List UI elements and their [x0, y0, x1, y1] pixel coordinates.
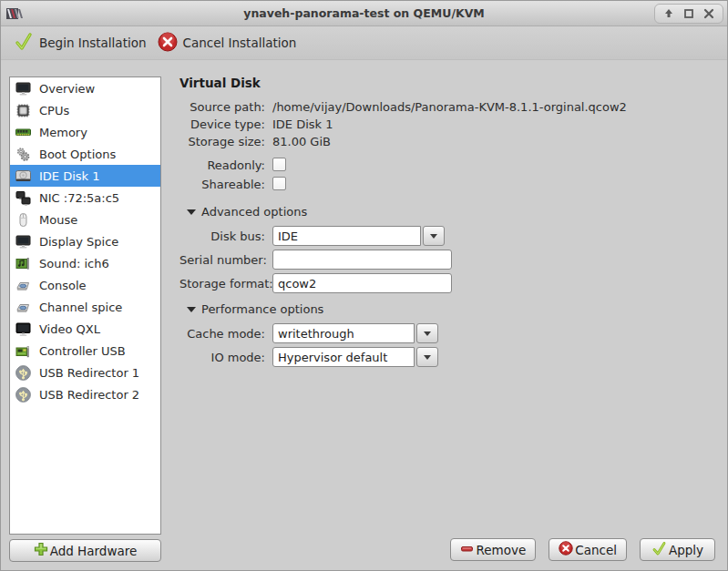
shade-window-button[interactable]: [661, 5, 677, 22]
checkmark-icon: [651, 541, 667, 559]
gears-icon: [15, 146, 31, 162]
sidebar-item-channel-spice[interactable]: Channel spice: [10, 296, 160, 318]
storage-size-row: Storage size: 81.00 GiB: [179, 133, 717, 150]
toolbar: Begin Installation Cancel Installation: [1, 26, 727, 60]
sidebar-item-label: Video QXL: [39, 322, 100, 336]
sidebar-item-usb-redirector-2[interactable]: USB Redirector 2: [10, 383, 160, 405]
controller-icon: [15, 342, 31, 359]
chevron-down-icon: [424, 355, 431, 360]
cache-mode-value: writethrough: [272, 323, 415, 343]
plus-icon: [34, 542, 48, 559]
sidebar-item-controller-usb[interactable]: Controller USB: [10, 340, 160, 362]
performance-options-expander[interactable]: Performance options: [187, 302, 717, 316]
sidebar-item-boot-options[interactable]: Boot Options: [10, 143, 160, 165]
sidebar-item-ide-disk-1[interactable]: IDE Disk 1: [10, 165, 160, 187]
sidebar-item-label: Channel spice: [39, 301, 122, 314]
remove-button[interactable]: Remove: [450, 538, 536, 561]
hardware-list: Overview CPUs Memory Boot Options IDE Di: [9, 76, 161, 535]
chevron-down-icon: [424, 331, 431, 336]
sidebar-item-label: Overview: [39, 82, 95, 96]
cpu-icon: [15, 102, 31, 118]
sidebar-item-memory[interactable]: Memory: [10, 121, 160, 143]
cancel-installation-label: Cancel Installation: [183, 36, 297, 50]
shareable-row: Shareable:: [179, 175, 717, 194]
advanced-options-label: Advanced options: [201, 205, 307, 219]
sidebar-item-label: NIC :72:5a:c5: [39, 191, 119, 205]
cache-mode-row: Cache mode: writethrough: [179, 321, 717, 345]
serial-icon: [15, 277, 31, 293]
mouse-icon: [15, 211, 31, 228]
maximize-window-button[interactable]: [681, 5, 697, 22]
add-hardware-label: Add Hardware: [50, 544, 138, 558]
storage-size-label: Storage size:: [179, 135, 265, 148]
serial-number-input[interactable]: [272, 250, 452, 270]
close-window-button[interactable]: [701, 5, 717, 22]
begin-installation-button[interactable]: Begin Installation: [10, 28, 154, 58]
sidebar-item-console[interactable]: Console: [10, 274, 160, 296]
storage-format-input[interactable]: [272, 273, 452, 293]
monitor-icon: [15, 80, 31, 97]
io-mode-value: Hypervisor default: [272, 347, 415, 367]
cancel-installation-button[interactable]: Cancel Installation: [154, 28, 304, 58]
action-buttons: Remove Cancel Apply: [450, 538, 715, 561]
vm-details-window: ynaveh-panorama-test on QEMU/KVM Begin I…: [0, 0, 728, 571]
io-mode-dropdown-button[interactable]: [416, 347, 438, 367]
advanced-options-expander[interactable]: Advanced options: [187, 205, 717, 219]
cancel-button[interactable]: Cancel: [549, 538, 627, 561]
chevron-down-icon: [430, 234, 437, 239]
source-path-row: Source path: /home/vijay/Downloads/Panor…: [179, 98, 717, 116]
virt-manager-app-icon: [6, 5, 30, 22]
sidebar-item-label: USB Redirector 1: [39, 366, 139, 380]
source-path-label: Source path:: [179, 100, 265, 114]
apply-label: Apply: [669, 543, 703, 557]
minus-icon: [460, 542, 474, 558]
device-type-value: IDE Disk 1: [272, 117, 717, 131]
expander-triangle-icon: [187, 307, 196, 312]
window-title: ynaveh-panorama-test on QEMU/KVM: [1, 6, 727, 20]
cache-mode-combobox[interactable]: writethrough: [272, 323, 717, 343]
sidebar-item-label: Boot Options: [39, 148, 116, 161]
cache-mode-dropdown-button[interactable]: [416, 323, 438, 343]
sidebar-item-mouse[interactable]: Mouse: [10, 209, 160, 230]
disk-bus-combobox[interactable]: IDE: [272, 226, 717, 246]
sidebar-item-label: Console: [39, 279, 87, 292]
sidebar-item-label: Controller USB: [39, 344, 126, 358]
storage-size-value: 81.00 GiB: [272, 135, 717, 148]
expander-triangle-icon: [187, 209, 196, 215]
serial-icon: [15, 299, 31, 315]
titlebar[interactable]: ynaveh-panorama-test on QEMU/KVM: [1, 1, 727, 26]
sidebar-item-label: Display Spice: [39, 235, 118, 249]
sidebar-item-overview[interactable]: Overview: [10, 77, 160, 99]
readonly-row: Readonly:: [179, 156, 717, 175]
sidebar-item-usb-redirector-1[interactable]: USB Redirector 1: [10, 362, 160, 383]
apply-button[interactable]: Apply: [640, 538, 715, 561]
readonly-label: Readonly:: [179, 158, 265, 172]
sidebar-item-display-spice[interactable]: Display Spice: [10, 230, 160, 252]
sidebar-item-sound[interactable]: Sound: ich6: [10, 252, 160, 274]
sidebar-item-label: Sound: ich6: [39, 257, 109, 270]
sidebar-item-label: IDE Disk 1: [39, 169, 100, 183]
window-controls: [654, 4, 723, 24]
cancel-circle-icon: [559, 541, 573, 558]
usb-icon: [15, 386, 31, 403]
storage-format-label: Storage format:: [179, 277, 265, 291]
io-mode-combobox[interactable]: Hypervisor default: [272, 347, 717, 367]
storage-format-row: Storage format:: [179, 271, 717, 295]
add-hardware-button[interactable]: Add Hardware: [9, 539, 161, 562]
serial-number-row: Serial number:: [179, 248, 717, 271]
sidebar-item-video-qxl[interactable]: Video QXL: [10, 318, 160, 340]
soundcard-icon: [15, 255, 31, 271]
harddisk-icon: [15, 168, 31, 184]
disk-bus-dropdown-button[interactable]: [423, 226, 445, 246]
disk-bus-value: IDE: [272, 226, 421, 246]
disk-bus-row: Disk bus: IDE: [179, 224, 717, 248]
readonly-checkbox[interactable]: [272, 158, 286, 171]
source-path-value: /home/vijay/Downloads/Panorama-KVM-8.1.1…: [272, 100, 717, 114]
sidebar-item-label: CPUs: [39, 104, 69, 117]
sidebar-item-nic[interactable]: NIC :72:5a:c5: [10, 187, 160, 209]
sidebar-item-label: Memory: [39, 126, 87, 139]
sidebar-item-cpus[interactable]: CPUs: [10, 99, 160, 121]
io-mode-label: IO mode:: [179, 351, 265, 364]
panel-title: Virtual Disk: [179, 76, 717, 90]
shareable-checkbox[interactable]: [272, 177, 286, 190]
